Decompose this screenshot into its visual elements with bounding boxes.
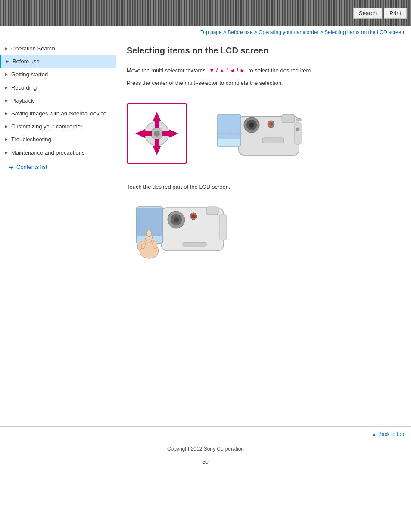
sidebar-item-operation-search[interactable]: ► Operation Search — [0, 42, 116, 55]
sidebar-label: Operation Search — [11, 45, 112, 53]
svg-marker-5 — [153, 146, 161, 155]
header-bar: Search Print — [0, 0, 411, 26]
sidebar-label: Saving images with an external device — [11, 110, 112, 118]
svg-rect-16 — [218, 115, 240, 139]
sidebar: ► Operation Search ► Before use ► Gettin… — [0, 39, 116, 426]
svg-rect-6 — [155, 139, 159, 146]
back-to-top-icon: ▲ — [371, 431, 377, 437]
svg-rect-42 — [183, 242, 206, 246]
print-button[interactable]: Print — [384, 8, 407, 19]
svg-rect-22 — [295, 123, 301, 144]
back-to-top-link[interactable]: ▲ Back to top — [371, 431, 404, 437]
svg-marker-3 — [153, 112, 161, 121]
svg-rect-21 — [297, 118, 301, 121]
multi-selector-box — [127, 103, 187, 164]
search-button[interactable]: Search — [353, 8, 382, 19]
touch-diagram — [127, 195, 401, 278]
instruction-3: Touch the desired part of the LCD screen… — [127, 183, 401, 192]
breadcrumb-top[interactable]: Top page — [200, 29, 221, 35]
svg-point-41 — [191, 214, 196, 218]
sidebar-item-before-use[interactable]: ► Before use — [0, 55, 116, 68]
sidebar-label: Playback — [11, 97, 112, 105]
breadcrumb: Top page > Before use > Operating your c… — [0, 26, 411, 39]
back-to-top-label: Back to top — [378, 431, 404, 437]
footer-area: ▲ Back to top — [0, 426, 411, 442]
sidebar-label: Troubleshooting — [11, 136, 112, 143]
content-area: Selecting items on the LCD screen Move t… — [116, 39, 411, 426]
sidebar-item-getting-started[interactable]: ► Getting started — [0, 68, 116, 81]
arrow-icon: ► — [6, 59, 10, 65]
arrow-icon: ► — [4, 72, 9, 78]
touch-camcorder-svg — [127, 195, 239, 277]
main-layout: ► Operation Search ► Before use ► Gettin… — [0, 39, 411, 426]
contents-arrow-icon: ➜ — [9, 164, 14, 171]
breadcrumb-operating[interactable]: Operating your camcorder — [258, 29, 318, 35]
contents-list-link[interactable]: ➜ Contents list — [0, 159, 116, 175]
contents-list-label: Contents list — [16, 164, 47, 170]
svg-point-14 — [249, 122, 254, 128]
arrow-icon: ► — [4, 85, 9, 91]
breadcrumb-current[interactable]: Selecting items on the LCD screen — [324, 29, 404, 35]
page-title: Selecting items on the LCD screen — [127, 46, 401, 59]
svg-rect-20 — [262, 138, 284, 143]
svg-rect-10 — [162, 131, 169, 136]
arrow-icon: ► — [4, 98, 9, 104]
svg-rect-17 — [282, 114, 295, 123]
sidebar-item-troubleshooting[interactable]: ► Troubleshooting — [0, 133, 116, 146]
sidebar-item-saving-images[interactable]: ► Saving images with an external device — [0, 107, 116, 120]
sidebar-item-playback[interactable]: ► Playback — [0, 94, 116, 107]
sidebar-label: Recording — [11, 84, 112, 92]
svg-rect-38 — [206, 207, 218, 215]
sidebar-label: Getting started — [11, 71, 112, 78]
sidebar-item-recording[interactable]: ► Recording — [0, 81, 116, 94]
svg-point-36 — [137, 243, 142, 250]
arrow-icon: ► — [4, 124, 9, 130]
sidebar-label: Maintenance and precautions — [11, 149, 112, 157]
svg-marker-7 — [135, 129, 145, 138]
svg-rect-8 — [145, 131, 152, 136]
arrow-icon: ► — [4, 150, 9, 156]
svg-point-28 — [174, 217, 179, 222]
multi-selector-svg — [131, 108, 183, 159]
page-number: 30 — [0, 456, 411, 467]
svg-rect-4 — [155, 121, 159, 128]
arrow-icon: ► — [4, 111, 9, 117]
sidebar-item-customizing[interactable]: ► Customizing your camcorder — [0, 120, 116, 133]
svg-marker-9 — [169, 129, 178, 138]
multi-selector-diagram — [127, 95, 401, 172]
instruction-2: Press the center of the multi-selector t… — [127, 79, 401, 88]
sidebar-item-maintenance[interactable]: ► Maintenance and precautions — [0, 146, 116, 159]
instruction-1: Move the multi-selector towards ▼ / ▲ / … — [127, 66, 401, 75]
arrow-icon: ► — [4, 137, 9, 143]
svg-point-19 — [269, 122, 273, 126]
svg-point-23 — [296, 128, 299, 131]
breadcrumb-before-use[interactable]: Before use — [227, 29, 252, 35]
sidebar-label: Before use — [12, 58, 112, 65]
svg-point-33 — [147, 230, 151, 237]
camcorder-with-arrows-svg — [196, 95, 316, 172]
arrow-icon: ► — [4, 46, 9, 52]
svg-point-37 — [153, 240, 157, 249]
sidebar-label: Customizing your camcorder — [11, 123, 112, 131]
svg-rect-39 — [219, 214, 227, 240]
copyright: Copyright 2012 Sony Corporation — [0, 442, 411, 456]
svg-point-2 — [154, 131, 160, 137]
